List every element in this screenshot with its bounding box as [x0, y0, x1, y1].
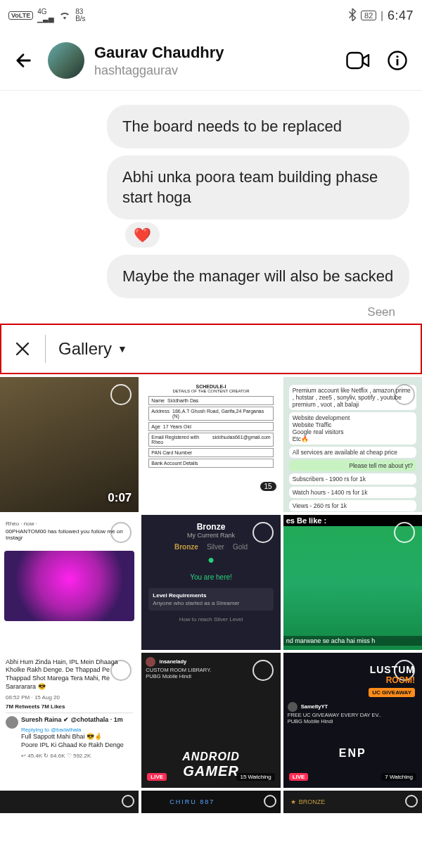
back-button[interactable]	[13, 50, 34, 71]
svg-rect-0	[347, 53, 363, 68]
gallery-picker-bar: Gallery ▼	[0, 324, 422, 374]
status-bar: VoLTE 4G ▁▃▅ 83 B/s 82 | 6:47	[0, 0, 422, 31]
gallery-item[interactable]: Premium account like Netflix , amazon pr…	[283, 377, 422, 512]
gallery-item[interactable]: SCHEDULE-I DETAILS OF THE CONTENT CREATO…	[141, 377, 280, 512]
gallery-item[interactable]: es Be like : nd marwane se acha hai miss…	[283, 515, 422, 650]
close-button[interactable]	[13, 339, 32, 359]
gallery-label-text: Gallery	[58, 339, 112, 359]
seen-indicator: Seen	[13, 305, 395, 319]
clock: 6:47	[388, 8, 414, 23]
bluetooth-icon	[348, 8, 357, 23]
chevron-down-icon: ▼	[117, 343, 127, 355]
battery-indicator: 82	[361, 11, 376, 20]
chat-header: Gaurav Chaudhry hashtaggaurav	[0, 31, 422, 91]
user-name-block[interactable]: Gaurav Chaudhry hashtaggaurav	[94, 44, 346, 78]
svg-rect-3	[397, 59, 399, 65]
gallery-item[interactable]: CHIRU 887	[141, 791, 280, 813]
multi-badge: 15	[260, 482, 276, 491]
username: hashtaggaurav	[94, 63, 346, 78]
gallery-item[interactable]: Rheo · now · 00PHANTOM00 has followed yo…	[0, 515, 139, 650]
live-badge: LIVE	[147, 773, 167, 781]
video-call-button[interactable]	[346, 49, 370, 72]
info-button[interactable]	[385, 49, 409, 72]
gallery-item[interactable]: Abhi Hum Zinda Hain, IPL Mein Dhaaga Kho…	[0, 653, 139, 788]
gallery-item[interactable]: LUSTUM ROOM! UC GIVEAWAY SameltyYT FREE …	[283, 653, 422, 788]
gallery-item[interactable]	[0, 791, 139, 813]
gallery-grid: 0:07 SCHEDULE-I DETAILS OF THE CONTENT C…	[0, 377, 422, 788]
message-bubble[interactable]: Abhi unka poora team building phase star…	[107, 155, 409, 219]
live-badge: LIVE	[289, 773, 309, 781]
divider	[45, 335, 46, 363]
display-name: Gaurav Chaudhry	[94, 44, 346, 62]
svg-point-2	[396, 56, 398, 58]
gallery-source-dropdown[interactable]: Gallery ▼	[58, 339, 127, 359]
gallery-item[interactable]: ★BRONZE	[283, 791, 422, 813]
watching-count: 15 Watching	[236, 773, 274, 781]
message-bubble[interactable]: Maybe the manager will also be sacked	[107, 255, 409, 298]
video-duration: 0:07	[108, 491, 132, 505]
select-ring	[110, 384, 132, 405]
gallery-item[interactable]: insanelady CUSTOM ROOM LIBRARY. PUBG Mob…	[141, 653, 280, 788]
network-indicator: 4G ▁▃▅	[37, 8, 54, 23]
wifi-icon	[58, 10, 71, 22]
reaction-heart[interactable]: ❤️	[125, 222, 160, 248]
gallery-grid-partial-row: CHIRU 887 ★BRONZE	[0, 791, 422, 813]
data-speed: 83 B/s	[75, 8, 85, 23]
volte-indicator: VoLTE	[8, 11, 33, 20]
avatar[interactable]	[48, 42, 84, 79]
gallery-item-video[interactable]: 0:07	[0, 377, 139, 512]
message-bubble[interactable]: The board needs to be replaced	[107, 105, 409, 148]
gallery-item[interactable]: Bronze My Current Rank BronzeSilverGold …	[141, 515, 280, 650]
watching-count: 7 Watching	[381, 773, 416, 781]
message-list: The board needs to be replaced Abhi unka…	[0, 91, 422, 319]
